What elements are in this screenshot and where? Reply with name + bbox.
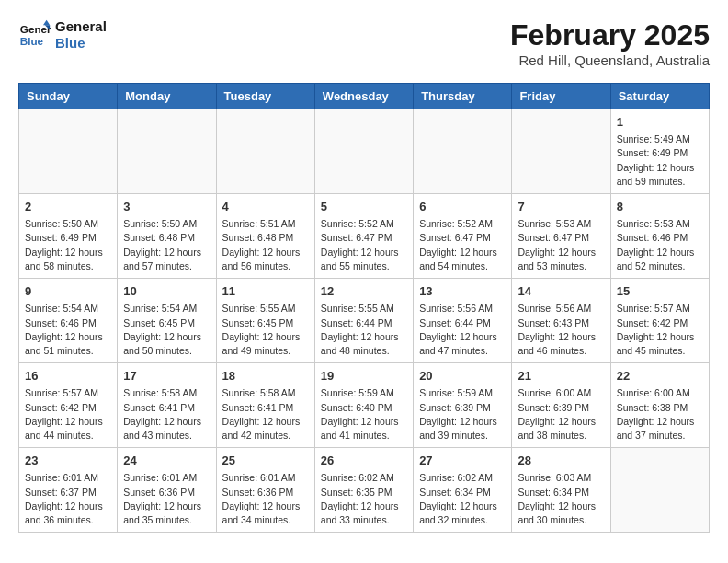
day-info: Sunrise: 5:52 AM Sunset: 6:47 PM Dayligh… [321, 217, 407, 273]
col-saturday: Saturday [610, 84, 709, 109]
day-number: 12 [321, 283, 407, 300]
table-row: 26Sunrise: 6:02 AM Sunset: 6:35 PM Dayli… [314, 448, 413, 533]
day-number: 4 [222, 199, 309, 215]
day-info: Sunrise: 5:50 AM Sunset: 6:49 PM Dayligh… [25, 217, 111, 273]
table-row [610, 448, 709, 533]
table-row: 8Sunrise: 5:53 AM Sunset: 6:46 PM Daylig… [610, 194, 709, 279]
table-row: 12Sunrise: 5:55 AM Sunset: 6:44 PM Dayli… [314, 279, 413, 363]
day-number: 11 [222, 283, 309, 300]
day-info: Sunrise: 5:50 AM Sunset: 6:48 PM Dayligh… [123, 217, 210, 273]
table-row: 6Sunrise: 5:52 AM Sunset: 6:47 PM Daylig… [414, 194, 512, 279]
day-number: 1 [617, 114, 703, 131]
col-friday: Friday [512, 84, 610, 109]
table-row: 18Sunrise: 5:58 AM Sunset: 6:41 PM Dayli… [216, 363, 314, 448]
day-info: Sunrise: 6:01 AM Sunset: 6:36 PM Dayligh… [222, 471, 309, 527]
page-header: General Blue General Blue February 2025 … [18, 18, 710, 68]
day-info: Sunrise: 5:59 AM Sunset: 6:39 PM Dayligh… [419, 386, 506, 442]
day-info: Sunrise: 5:57 AM Sunset: 6:42 PM Dayligh… [617, 302, 703, 358]
table-row: 9Sunrise: 5:54 AM Sunset: 6:46 PM Daylig… [19, 279, 118, 363]
day-number: 21 [518, 368, 604, 385]
location: Red Hill, Queensland, Australia [510, 52, 710, 68]
table-row: 22Sunrise: 6:00 AM Sunset: 6:38 PM Dayli… [610, 363, 709, 448]
calendar-header-row: Sunday Monday Tuesday Wednesday Thursday… [19, 84, 710, 109]
day-number: 14 [518, 283, 604, 300]
day-info: Sunrise: 5:58 AM Sunset: 6:41 PM Dayligh… [222, 386, 309, 442]
table-row: 20Sunrise: 5:59 AM Sunset: 6:39 PM Dayli… [414, 363, 512, 448]
day-info: Sunrise: 6:02 AM Sunset: 6:34 PM Dayligh… [419, 471, 506, 527]
day-info: Sunrise: 6:01 AM Sunset: 6:36 PM Dayligh… [123, 471, 210, 527]
table-row [118, 109, 216, 194]
day-number: 16 [25, 368, 111, 385]
table-row [216, 109, 314, 194]
day-number: 6 [419, 199, 506, 215]
table-row: 24Sunrise: 6:01 AM Sunset: 6:36 PM Dayli… [118, 448, 216, 533]
svg-text:Blue: Blue [20, 35, 44, 47]
calendar-week-row: 1Sunrise: 5:49 AM Sunset: 6:49 PM Daylig… [19, 109, 710, 194]
table-row: 17Sunrise: 5:58 AM Sunset: 6:41 PM Dayli… [118, 363, 216, 448]
day-info: Sunrise: 5:58 AM Sunset: 6:41 PM Dayligh… [123, 386, 210, 442]
table-row: 3Sunrise: 5:50 AM Sunset: 6:48 PM Daylig… [118, 194, 216, 279]
day-number: 26 [321, 453, 407, 469]
day-info: Sunrise: 5:53 AM Sunset: 6:46 PM Dayligh… [617, 217, 703, 273]
day-info: Sunrise: 6:00 AM Sunset: 6:39 PM Dayligh… [518, 386, 604, 442]
day-info: Sunrise: 5:56 AM Sunset: 6:44 PM Dayligh… [419, 302, 506, 358]
table-row [314, 109, 413, 194]
day-number: 9 [25, 283, 111, 300]
day-number: 22 [617, 368, 703, 385]
day-info: Sunrise: 5:59 AM Sunset: 6:40 PM Dayligh… [321, 386, 407, 442]
day-number: 15 [617, 283, 703, 300]
day-number: 10 [123, 283, 210, 300]
table-row: 4Sunrise: 5:51 AM Sunset: 6:48 PM Daylig… [216, 194, 314, 279]
table-row: 15Sunrise: 5:57 AM Sunset: 6:42 PM Dayli… [610, 279, 709, 363]
table-row [512, 109, 610, 194]
table-row: 1Sunrise: 5:49 AM Sunset: 6:49 PM Daylig… [610, 109, 709, 194]
col-thursday: Thursday [414, 84, 512, 109]
day-info: Sunrise: 5:57 AM Sunset: 6:42 PM Dayligh… [25, 386, 111, 442]
col-wednesday: Wednesday [314, 84, 413, 109]
day-info: Sunrise: 5:52 AM Sunset: 6:47 PM Dayligh… [419, 217, 506, 273]
day-info: Sunrise: 5:54 AM Sunset: 6:45 PM Dayligh… [123, 302, 210, 358]
table-row: 2Sunrise: 5:50 AM Sunset: 6:49 PM Daylig… [19, 194, 118, 279]
day-info: Sunrise: 5:55 AM Sunset: 6:44 PM Dayligh… [321, 302, 407, 358]
day-info: Sunrise: 5:54 AM Sunset: 6:46 PM Dayligh… [25, 302, 111, 358]
day-info: Sunrise: 6:00 AM Sunset: 6:38 PM Dayligh… [617, 386, 703, 442]
day-number: 27 [419, 453, 506, 469]
calendar-week-row: 9Sunrise: 5:54 AM Sunset: 6:46 PM Daylig… [19, 279, 710, 363]
table-row: 25Sunrise: 6:01 AM Sunset: 6:36 PM Dayli… [216, 448, 314, 533]
table-row: 28Sunrise: 6:03 AM Sunset: 6:34 PM Dayli… [512, 448, 610, 533]
day-number: 23 [25, 453, 111, 469]
day-number: 8 [617, 199, 703, 215]
calendar-week-row: 2Sunrise: 5:50 AM Sunset: 6:49 PM Daylig… [19, 194, 710, 279]
month-title: February 2025 [510, 18, 710, 52]
day-number: 5 [321, 199, 407, 215]
day-info: Sunrise: 6:02 AM Sunset: 6:35 PM Dayligh… [321, 471, 407, 527]
calendar-week-row: 16Sunrise: 5:57 AM Sunset: 6:42 PM Dayli… [19, 363, 710, 448]
day-info: Sunrise: 5:53 AM Sunset: 6:47 PM Dayligh… [518, 217, 604, 273]
table-row [19, 109, 118, 194]
col-monday: Monday [118, 84, 216, 109]
day-number: 7 [518, 199, 604, 215]
calendar-week-row: 23Sunrise: 6:01 AM Sunset: 6:37 PM Dayli… [19, 448, 710, 533]
logo-icon: General Blue [18, 18, 51, 52]
day-info: Sunrise: 6:03 AM Sunset: 6:34 PM Dayligh… [518, 471, 604, 527]
col-tuesday: Tuesday [216, 84, 314, 109]
day-info: Sunrise: 5:51 AM Sunset: 6:48 PM Dayligh… [222, 217, 309, 273]
table-row: 11Sunrise: 5:55 AM Sunset: 6:45 PM Dayli… [216, 279, 314, 363]
col-sunday: Sunday [19, 84, 118, 109]
day-number: 19 [321, 368, 407, 385]
day-info: Sunrise: 5:49 AM Sunset: 6:49 PM Dayligh… [617, 132, 703, 189]
day-info: Sunrise: 5:55 AM Sunset: 6:45 PM Dayligh… [222, 302, 309, 358]
table-row: 10Sunrise: 5:54 AM Sunset: 6:45 PM Dayli… [118, 279, 216, 363]
table-row: 16Sunrise: 5:57 AM Sunset: 6:42 PM Dayli… [19, 363, 118, 448]
day-number: 13 [419, 283, 506, 300]
table-row: 5Sunrise: 5:52 AM Sunset: 6:47 PM Daylig… [314, 194, 413, 279]
table-row: 21Sunrise: 6:00 AM Sunset: 6:39 PM Dayli… [512, 363, 610, 448]
table-row [414, 109, 512, 194]
day-number: 17 [123, 368, 210, 385]
logo: General Blue General Blue [18, 18, 107, 52]
table-row: 19Sunrise: 5:59 AM Sunset: 6:40 PM Dayli… [314, 363, 413, 448]
table-row: 23Sunrise: 6:01 AM Sunset: 6:37 PM Dayli… [19, 448, 118, 533]
calendar-table: Sunday Monday Tuesday Wednesday Thursday… [18, 83, 710, 533]
day-number: 20 [419, 368, 506, 385]
day-number: 28 [518, 453, 604, 469]
